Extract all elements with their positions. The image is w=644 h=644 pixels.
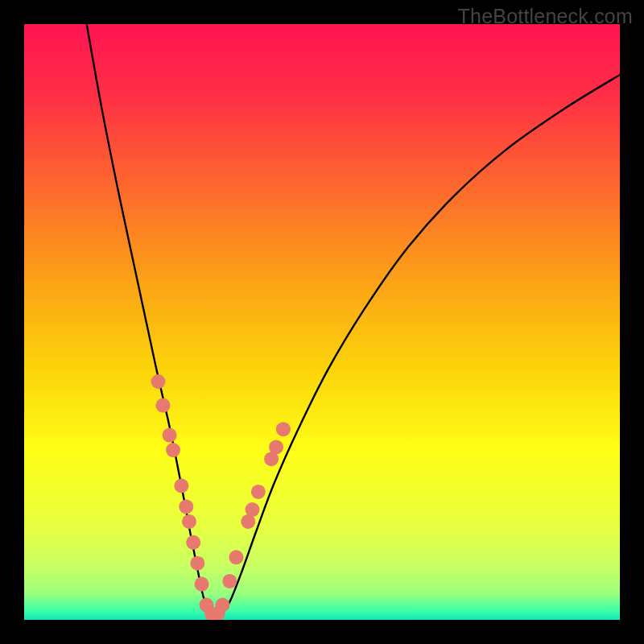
- data-marker: [179, 499, 193, 514]
- data-marker: [163, 428, 177, 443]
- data-marker: [174, 479, 188, 493]
- data-marker: [186, 535, 200, 550]
- watermark-text: TheBottleneck.com: [458, 5, 633, 28]
- data-marker: [276, 422, 291, 436]
- data-marker: [269, 440, 283, 454]
- plot-area: [24, 24, 620, 620]
- data-marker: [190, 556, 204, 571]
- chart-frame: TheBottleneck.com: [0, 0, 644, 644]
- data-marker: [245, 502, 259, 517]
- data-marker: [182, 514, 196, 529]
- chart-svg: [24, 24, 620, 620]
- data-marker: [155, 398, 170, 413]
- data-marker: [166, 443, 180, 457]
- gradient-background: [24, 24, 620, 620]
- data-marker: [222, 574, 237, 588]
- data-marker: [229, 550, 243, 564]
- data-marker: [251, 485, 266, 499]
- data-marker: [151, 374, 166, 389]
- data-marker: [215, 598, 229, 613]
- data-marker: [195, 577, 209, 592]
